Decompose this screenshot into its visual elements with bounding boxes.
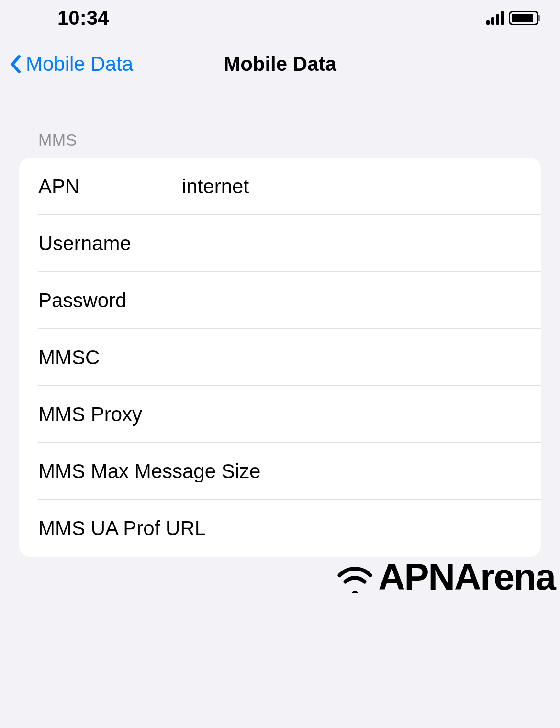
mms-ua-input[interactable] bbox=[206, 517, 541, 540]
status-time: 10:34 bbox=[57, 7, 109, 30]
row-apn[interactable]: APN bbox=[19, 158, 541, 215]
battery-icon bbox=[509, 11, 538, 25]
row-label-mms-ua: MMS UA Prof URL bbox=[38, 517, 206, 540]
row-label-mmsc: MMSC bbox=[38, 346, 182, 369]
section-header: MMS bbox=[19, 131, 541, 158]
cellular-signal-icon bbox=[486, 11, 504, 25]
back-label: Mobile Data bbox=[26, 53, 133, 76]
username-input[interactable] bbox=[182, 232, 541, 255]
mmsc-input[interactable] bbox=[182, 346, 541, 369]
row-label-apn: APN bbox=[38, 175, 182, 198]
row-username[interactable]: Username bbox=[19, 215, 541, 272]
row-label-password: Password bbox=[38, 289, 182, 312]
watermark-corner: APNArena bbox=[335, 555, 555, 599]
nav-bar: Mobile Data Mobile Data bbox=[0, 36, 560, 92]
page-title: Mobile Data bbox=[224, 53, 336, 76]
settings-list: APN Username Password MMSC MMS Proxy MMS bbox=[19, 158, 541, 557]
wifi-icon bbox=[335, 562, 375, 593]
row-password[interactable]: Password bbox=[19, 272, 541, 329]
apn-input[interactable] bbox=[182, 175, 541, 198]
mms-proxy-input[interactable] bbox=[182, 403, 541, 426]
row-label-mms-max: MMS Max Message Size bbox=[38, 460, 260, 483]
status-indicators bbox=[486, 11, 538, 25]
chevron-left-icon bbox=[10, 55, 21, 74]
password-input[interactable] bbox=[182, 289, 541, 312]
mms-section: MMS APN Username Password MMSC MMS Proxy bbox=[19, 131, 541, 557]
row-mms-proxy[interactable]: MMS Proxy bbox=[19, 386, 541, 443]
row-label-mms-proxy: MMS Proxy bbox=[38, 403, 182, 426]
row-label-username: Username bbox=[38, 232, 182, 255]
row-mms-max[interactable]: MMS Max Message Size bbox=[19, 443, 541, 500]
mms-max-input[interactable] bbox=[260, 460, 541, 483]
watermark-corner-text: APNArena bbox=[378, 555, 555, 599]
row-mms-ua[interactable]: MMS UA Prof URL bbox=[19, 500, 541, 557]
status-bar: 10:34 bbox=[0, 0, 560, 36]
back-button[interactable]: Mobile Data bbox=[10, 53, 133, 76]
row-mmsc[interactable]: MMSC bbox=[19, 329, 541, 386]
